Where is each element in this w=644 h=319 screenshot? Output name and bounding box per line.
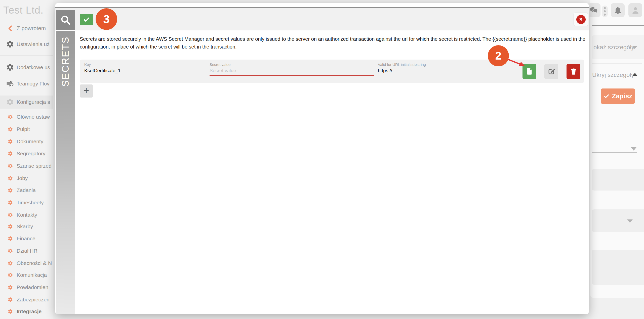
key-value: KsefCertificate_1 <box>84 68 121 73</box>
gear-icon <box>8 188 13 193</box>
user-avatar-button[interactable] <box>628 3 642 17</box>
sidebar-item[interactable]: Timesheety <box>0 196 53 209</box>
gear-icon <box>8 139 13 144</box>
chat-button[interactable] <box>587 3 600 17</box>
confirm-button[interactable] <box>80 14 93 25</box>
step-badge-2: 2 <box>488 45 509 66</box>
background-select-box[interactable] <box>592 209 644 232</box>
more-menu-button[interactable] <box>602 6 608 17</box>
sidebar-item[interactable]: Zadania <box>0 184 53 197</box>
gear-icon <box>8 285 13 290</box>
key-field[interactable]: Key KsefCertificate_1 <box>84 60 205 83</box>
gear-icon <box>8 297 13 302</box>
hide-details-toggle[interactable]: Ukryj szczegóły <box>592 67 644 83</box>
select-underline[interactable] <box>592 152 637 153</box>
sidebar: Test Ltd. Z powrotem Ustawienia uż Dodat… <box>0 0 53 319</box>
sidebar-item[interactable]: Dział HR <box>0 244 53 257</box>
gear-icon <box>8 248 13 254</box>
company-name: Test Ltd. <box>3 5 44 16</box>
sidebar-item[interactable]: Ustawienia uż <box>0 38 53 51</box>
sidebar-item[interactable]: Skarby <box>0 220 53 233</box>
chevron-up-icon <box>632 73 638 76</box>
sidebar-divider <box>0 55 53 56</box>
sidebar-item[interactable]: Szanse sprzed <box>0 159 53 172</box>
sidebar-item-label: Teamogy Flov <box>17 81 50 87</box>
close-button[interactable] <box>574 13 588 26</box>
bell-icon <box>613 6 622 15</box>
search-icon <box>60 14 71 25</box>
chevron-down-icon <box>627 219 633 223</box>
search-button[interactable] <box>56 10 75 30</box>
secret-value-label: Secret value <box>210 62 230 67</box>
sidebar-item[interactable]: Segregatory <box>0 147 53 160</box>
flow-icon <box>6 80 14 88</box>
notifications-button[interactable] <box>611 3 625 17</box>
gear-icon <box>8 200 13 205</box>
document-icon <box>525 67 534 76</box>
sidebar-item[interactable]: Kontakty <box>0 208 53 221</box>
sidebar-item[interactable]: Konfiguracja s <box>0 96 53 109</box>
sidebar-item[interactable]: Dokumenty <box>0 135 53 148</box>
delete-button[interactable] <box>567 64 580 79</box>
gear-icon <box>6 63 14 71</box>
chevron-down-icon <box>632 46 637 49</box>
sidebar-item-label: Dodatkowe us <box>17 64 50 70</box>
sidebar-item-label: Pulpit <box>17 126 30 132</box>
rail-title: SECRETS <box>56 31 75 92</box>
background-field-box <box>592 169 644 191</box>
gear-icon <box>8 126 13 132</box>
sidebar-item[interactable]: Finance <box>0 232 53 245</box>
sidebar-item[interactable]: Joby <box>0 172 53 185</box>
panel-top-divider <box>592 25 644 26</box>
sidebar-item[interactable]: Teamogy Flov <box>0 77 53 90</box>
sidebar-item-label: Główne ustaw <box>17 114 50 120</box>
show-details-label: okaż szczegóły <box>593 44 634 51</box>
sidebar-item-label: Konfiguracja s <box>17 99 50 105</box>
url-substring-label: Valid for URL initial substring <box>378 62 426 67</box>
select-underline <box>592 226 638 226</box>
sidebar-item[interactable]: Obecności & N <box>0 257 53 270</box>
field-underline <box>378 76 498 76</box>
dot-icon <box>604 10 606 12</box>
sidebar-item[interactable]: Pulpit <box>0 123 53 136</box>
sidebar-item[interactable]: Integracje <box>0 305 53 318</box>
sidebar-item[interactable]: Komunikacja <box>0 268 53 282</box>
save-label: Zapisz <box>612 92 632 100</box>
gear-icon <box>8 236 13 241</box>
field-underline <box>84 76 205 76</box>
gear-icon <box>8 212 13 218</box>
trash-icon <box>569 67 578 76</box>
gear-icon <box>8 260 13 266</box>
sidebar-item[interactable]: Zabezpieczen <box>0 293 53 306</box>
chevron-down-icon <box>631 147 636 151</box>
edit-button[interactable] <box>544 64 558 79</box>
url-substring-field[interactable]: Valid for URL initial substring https:// <box>378 60 498 83</box>
field-underline-error <box>210 75 374 76</box>
background-field-box <box>592 250 644 285</box>
show-details-card[interactable]: okaż szczegóły <box>592 35 644 59</box>
sidebar-item[interactable]: Dodatkowe us <box>0 61 53 74</box>
add-secret-button[interactable]: + <box>80 84 93 98</box>
back-button[interactable]: Z powrotem <box>0 22 53 35</box>
sidebar-item[interactable]: Powiadomien <box>0 281 53 294</box>
secrets-modal: SECRETS 3 Secrets are stored securely in… <box>55 3 589 314</box>
dot-icon <box>604 14 606 16</box>
sidebar-item-label: Dokumenty <box>17 139 43 145</box>
document-button[interactable] <box>522 64 536 79</box>
gear-icon <box>8 114 13 120</box>
secrets-description: Secrets are stored securely in the AWS S… <box>80 35 586 51</box>
sidebar-item-label: Segregatory <box>17 151 45 157</box>
sidebar-item-label: Joby <box>17 175 28 181</box>
secret-row: Key KsefCertificate_1 Secret value Secre… <box>80 60 584 83</box>
gear-icon <box>8 175 13 181</box>
secret-value-field[interactable]: Secret value Secret value <box>210 60 374 83</box>
user-icon <box>631 6 640 15</box>
sidebar-item-label: Komunikacja <box>17 272 47 278</box>
sidebar-item[interactable]: Główne ustaw <box>0 110 53 123</box>
gear-icon <box>8 224 13 229</box>
sidebar-item-label: Kontakty <box>17 212 37 218</box>
save-button[interactable]: Zapisz <box>601 88 635 104</box>
panel-divider <box>592 63 642 64</box>
gear-icon <box>8 151 13 156</box>
sidebar-item-label: Szanse sprzed <box>17 163 52 169</box>
